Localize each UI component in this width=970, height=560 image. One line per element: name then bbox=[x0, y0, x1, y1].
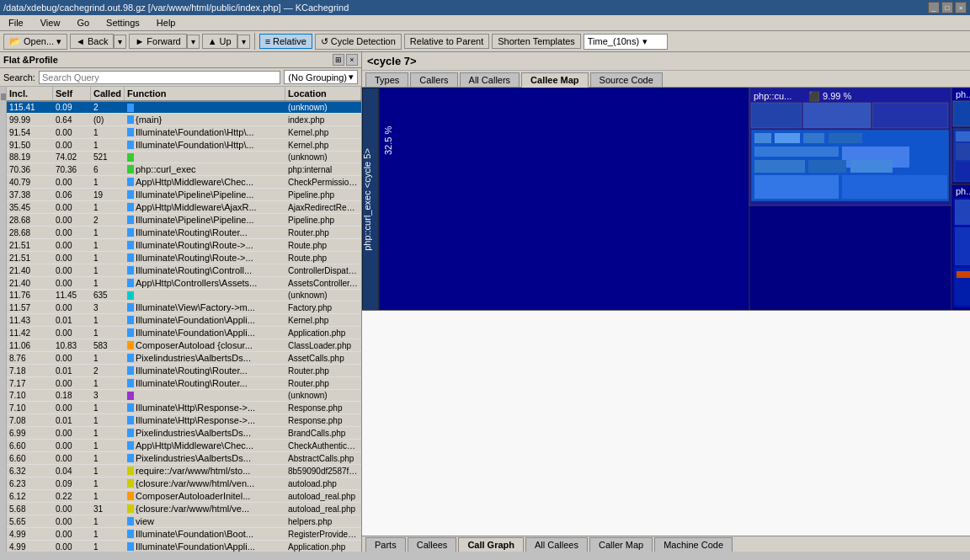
cell-incl: 8.76 bbox=[7, 353, 53, 364]
cell-called: 1 bbox=[91, 202, 125, 213]
function-name: Pixelindustries\AalbertsDs... bbox=[136, 428, 251, 438]
cell-called: 1 bbox=[91, 378, 125, 389]
table-row[interactable]: 6.12 0.22 1 ComposerAutoloaderInitel... … bbox=[7, 490, 361, 503]
tab-types[interactable]: Types bbox=[365, 72, 408, 87]
table-row[interactable]: 7.08 0.01 1 Illuminate\Http\Response->..… bbox=[7, 414, 361, 427]
table-row[interactable]: 4.99 0.00 1 Illuminate\Foundation\Appli.… bbox=[7, 541, 361, 552]
table-row[interactable]: 11.43 0.01 1 Illuminate\Foundation\Appli… bbox=[7, 314, 361, 327]
function-name: {closure:/var/www/html/ve... bbox=[136, 504, 249, 514]
col-called[interactable]: Called bbox=[91, 87, 125, 100]
svg-rect-18 bbox=[808, 160, 846, 173]
table-row[interactable]: 6.23 0.09 1 {closure:/var/www/html/ven..… bbox=[7, 477, 361, 490]
tab-caller-map[interactable]: Caller Map bbox=[589, 537, 653, 552]
cell-self: 0.04 bbox=[53, 466, 91, 477]
header-icon-close[interactable]: × bbox=[346, 54, 358, 66]
table-row[interactable]: 115.41 0.09 2 (unknown) bbox=[7, 102, 361, 114]
function-name: App\Http\Controllers\Assets... bbox=[136, 278, 257, 288]
back-button[interactable]: ◄ Back bbox=[70, 34, 114, 49]
cell-function bbox=[125, 291, 285, 301]
table-row[interactable]: 7.10 0.18 3 (unknown) bbox=[7, 390, 361, 402]
table-row[interactable]: 6.60 0.00 1 App\Http\Middleware\Chec... … bbox=[7, 440, 361, 452]
table-row[interactable]: 11.06 10.83 583 ComposerAutoload {closur… bbox=[7, 339, 361, 352]
col-incl[interactable]: Incl. bbox=[7, 87, 53, 100]
menu-go[interactable]: Go bbox=[72, 16, 94, 29]
col-function[interactable]: Function bbox=[125, 87, 285, 100]
menu-help[interactable]: Help bbox=[152, 16, 181, 29]
grouping-dropdown[interactable]: (No Grouping) ▾ bbox=[284, 70, 358, 84]
cell-incl: 115.41 bbox=[7, 102, 53, 113]
forward-button[interactable]: ► Forward bbox=[129, 34, 186, 49]
table-row[interactable]: 6.32 0.04 1 require::/var/www/html/sto..… bbox=[7, 465, 361, 477]
up-button[interactable]: ▲ Up bbox=[202, 34, 237, 49]
table-row[interactable]: 7.18 0.01 2 Illuminate\Routing\Router...… bbox=[7, 365, 361, 377]
shorten-templates-button[interactable]: Shorten Templates bbox=[492, 34, 581, 49]
table-row[interactable]: 35.45 0.00 1 App\Http\Middleware\AjaxR..… bbox=[7, 201, 361, 214]
time-dropdown[interactable]: Time_(10ns) ▾ bbox=[584, 34, 668, 50]
tab-source-code[interactable]: Source Code bbox=[590, 72, 663, 87]
table-row[interactable]: 6.60 0.00 1 Pixelindustries\AalbertsDs..… bbox=[7, 452, 361, 465]
tab-callers[interactable]: Callers bbox=[410, 72, 457, 87]
tab-all-callers[interactable]: All Callers bbox=[460, 72, 520, 87]
table-row[interactable]: 21.51 0.00 1 Illuminate\Routing\Route->.… bbox=[7, 252, 361, 264]
table-row[interactable]: 28.68 0.00 2 Illuminate\Pipeline\Pipelin… bbox=[7, 214, 361, 227]
function-color-indicator bbox=[127, 542, 134, 551]
table-row[interactable]: 99.99 0.64 (0) {main} index.php bbox=[7, 114, 361, 126]
table-row[interactable]: 70.36 70.36 6 php::curl_exec php:interna… bbox=[7, 163, 361, 176]
table-row[interactable]: 91.50 0.00 1 Illuminate\Foundation\Http\… bbox=[7, 139, 361, 152]
tab-parts[interactable]: Parts bbox=[365, 537, 406, 552]
minimize-button[interactable]: _ bbox=[928, 2, 940, 13]
table-row[interactable]: 11.42 0.00 1 Illuminate\Foundation\Appli… bbox=[7, 327, 361, 339]
table-row[interactable]: 7.17 0.00 1 Illuminate\Routing\Router...… bbox=[7, 377, 361, 390]
table-row[interactable]: 91.54 0.00 1 Illuminate\Foundation\Http\… bbox=[7, 126, 361, 139]
col-location[interactable]: Location bbox=[285, 87, 361, 100]
header-icon-pin[interactable]: ⊞ bbox=[333, 54, 344, 66]
forward-dropdown[interactable]: ▾ bbox=[187, 35, 200, 49]
cell-function: Illuminate\Foundation\Http\... bbox=[125, 126, 285, 138]
cell-incl: 4.99 bbox=[7, 541, 53, 552]
table-row[interactable]: 40.79 0.00 1 App\Http\Middleware\Chec...… bbox=[7, 176, 361, 189]
svg-text:php::curl_exec <cycle 5>: php::curl_exec <cycle 5> bbox=[362, 148, 372, 251]
treemap-svg: php::curl_exec <cycle 5> 32.5 % php::cu.… bbox=[362, 88, 970, 311]
table-row[interactable]: 21.40 0.00 1 Illuminate\Routing\Controll… bbox=[7, 264, 361, 277]
tab-all-callees[interactable]: All Callees bbox=[525, 537, 588, 552]
menu-view[interactable]: View bbox=[35, 16, 66, 29]
toolbar: 📂 Open... ▾ ◄ Back ▾ ► Forward ▾ ▲ Up ▾ … bbox=[0, 31, 970, 52]
table-row[interactable]: 4.99 0.00 1 Illuminate\Foundation\Boot..… bbox=[7, 528, 361, 541]
back-dropdown[interactable]: ▾ bbox=[114, 35, 126, 49]
search-input[interactable] bbox=[39, 71, 280, 84]
search-bar: Search: (No Grouping) ▾ bbox=[0, 68, 361, 87]
table-row[interactable]: 37.38 0.06 19 Illuminate\Pipeline\Pipeli… bbox=[7, 189, 361, 201]
close-button[interactable]: × bbox=[955, 2, 967, 13]
tab-machine-code[interactable]: Machine Code bbox=[654, 537, 733, 552]
col-self[interactable]: Self bbox=[53, 87, 91, 100]
table-row[interactable]: 8.76 0.00 1 Pixelindustries\AalbertsDs..… bbox=[7, 352, 361, 365]
relative-parent-button[interactable]: Relative to Parent bbox=[404, 34, 489, 49]
maximize-button[interactable]: □ bbox=[941, 2, 953, 13]
svg-rect-56 bbox=[957, 271, 970, 278]
svg-rect-32 bbox=[956, 143, 970, 160]
open-button[interactable]: 📂 Open... ▾ bbox=[3, 34, 67, 50]
table-row[interactable]: 6.99 0.00 1 Pixelindustries\AalbertsDs..… bbox=[7, 427, 361, 440]
menu-file[interactable]: File bbox=[3, 16, 29, 29]
table-row[interactable]: 11.76 11.45 635 (unknown) bbox=[7, 290, 361, 301]
up-dropdown[interactable]: ▾ bbox=[237, 35, 250, 49]
up-nav: ▲ Up ▾ bbox=[202, 34, 250, 49]
table-row[interactable]: 28.68 0.00 1 Illuminate\Routing\Router..… bbox=[7, 227, 361, 239]
cycle-detection-button[interactable]: ↺ Cycle Detection bbox=[315, 34, 402, 50]
cell-self: 0.00 bbox=[53, 428, 91, 439]
svg-rect-21 bbox=[842, 175, 947, 199]
tab-callee-map[interactable]: Callee Map bbox=[521, 72, 588, 88]
table-row[interactable]: 21.40 0.00 1 App\Http\Controllers\Assets… bbox=[7, 277, 361, 290]
table-row[interactable]: 21.51 0.00 1 Illuminate\Routing\Route->.… bbox=[7, 239, 361, 252]
table-row[interactable]: 5.65 0.00 1 view helpers.php bbox=[7, 515, 361, 528]
relative-button[interactable]: ≡ Relative bbox=[259, 34, 312, 49]
cell-self: 0.00 bbox=[53, 278, 91, 289]
table-row[interactable]: 11.57 0.00 3 Illuminate\View\Factory->m.… bbox=[7, 301, 361, 314]
tab-call-graph[interactable]: Call Graph bbox=[458, 537, 524, 552]
menu-settings[interactable]: Settings bbox=[101, 16, 145, 29]
cell-self: 0.00 bbox=[53, 529, 91, 540]
table-row[interactable]: 5.68 0.00 31 {closure:/var/www/html/ve..… bbox=[7, 503, 361, 515]
table-row[interactable]: 7.10 0.00 1 Illuminate\Http\Response->..… bbox=[7, 402, 361, 414]
tab-callees[interactable]: Callees bbox=[408, 537, 457, 552]
table-row[interactable]: 88.19 74.02 521 (unknown) bbox=[7, 152, 361, 163]
